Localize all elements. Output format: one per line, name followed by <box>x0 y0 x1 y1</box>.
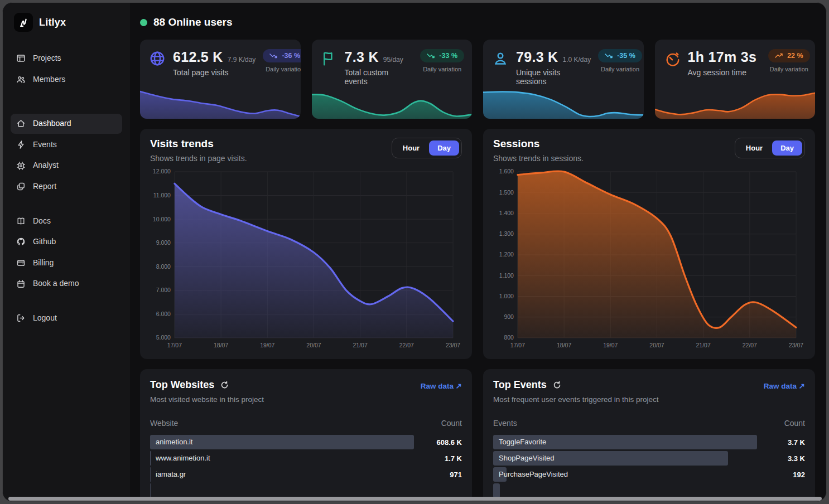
svg-text:20/07: 20/07 <box>649 342 664 348</box>
table-header: Website Count <box>150 419 462 428</box>
brand-name: Litlyx <box>39 17 66 28</box>
sidebar-item-members[interactable]: Members <box>11 70 122 90</box>
svg-text:800: 800 <box>504 335 514 341</box>
sparkline-chart <box>655 85 816 119</box>
svg-text:1.100: 1.100 <box>499 273 514 279</box>
stat-value: 79.3 K <box>516 49 558 65</box>
trend-down-icon <box>605 53 613 59</box>
sidebar-project-nav: Projects Members <box>11 49 122 89</box>
table-row[interactable]: animetion.it 608.6 K <box>150 435 462 449</box>
table-row[interactable] <box>493 483 805 498</box>
svg-text:5.000: 5.000 <box>156 335 171 341</box>
toggle-hour-button[interactable]: Hour <box>394 140 428 156</box>
stat-label: Total page visits <box>173 68 256 77</box>
members-icon <box>16 75 26 84</box>
sidebar-item-billing[interactable]: Billing <box>11 253 122 273</box>
row-count: 3.7 K <box>757 438 805 447</box>
top-websites-panel: Top Websites Most visited website in thi… <box>140 369 472 502</box>
toggle-day-button[interactable]: Day <box>772 140 802 156</box>
svg-text:21/07: 21/07 <box>353 342 368 348</box>
lightning-icon <box>16 140 26 149</box>
hour-day-toggle: Hour Day <box>392 138 462 158</box>
sidebar-item-github[interactable]: Github <box>11 232 122 252</box>
flag-icon <box>321 50 338 67</box>
panel-title: Sessions <box>493 138 584 150</box>
svg-text:20/07: 20/07 <box>306 342 321 348</box>
table-row[interactable] <box>150 483 462 498</box>
variation-badge: -33 % <box>420 49 464 62</box>
trend-up-icon <box>775 53 783 59</box>
variation-label: Daily variation <box>770 66 808 72</box>
column-count-header: Count <box>784 419 805 428</box>
main-content: 88 Online users 612.5 K 7.9 K/day Tota <box>130 3 826 501</box>
sidebar-item-dashboard[interactable]: Dashboard <box>11 114 122 134</box>
sidebar-item-projects[interactable]: Projects <box>11 49 122 69</box>
sidebar-item-label: Members <box>33 74 65 85</box>
svg-text:17/07: 17/07 <box>167 342 182 348</box>
sidebar-item-report[interactable]: Report <box>11 177 122 197</box>
charts-row: Visits trends Shows trends in page visit… <box>140 129 815 359</box>
svg-text:19/07: 19/07 <box>260 342 274 348</box>
svg-text:12.000: 12.000 <box>153 168 171 175</box>
brand: Litlyx <box>11 12 122 36</box>
table-subtitle: Most visited website in this project <box>150 395 264 404</box>
column-item-header: Events <box>493 419 517 428</box>
table-subtitle: Most frequent user events triggered in t… <box>493 395 658 404</box>
svg-text:18/07: 18/07 <box>214 342 228 348</box>
table-row[interactable]: ShopPageVisited 3.3 K <box>493 451 805 466</box>
column-count-header: Count <box>441 419 462 428</box>
tables-row: Top Websites Most visited website in thi… <box>140 369 815 502</box>
table-row[interactable]: ToggleFavorite 3.7 K <box>493 435 805 449</box>
svg-text:23/07: 23/07 <box>789 342 803 348</box>
ai-chip-icon <box>16 161 26 171</box>
table-header: Events Count <box>493 419 805 428</box>
raw-data-link[interactable]: Raw data ↗ <box>764 381 805 390</box>
sidebar-item-label: Analyst <box>33 160 59 171</box>
sidebar-item-analyst[interactable]: Analyst <box>11 156 122 176</box>
sidebar-item-events[interactable]: Events <box>11 135 122 155</box>
sidebar-item-book-a-demo[interactable]: Book a demo <box>11 274 122 294</box>
home-icon <box>16 119 26 128</box>
svg-text:1.200: 1.200 <box>499 251 514 258</box>
stat-card-total-page-visits: 612.5 K 7.9 K/day Total page visits -36 … <box>140 40 301 119</box>
table-title: Top Websites <box>150 379 214 391</box>
sidebar-item-docs[interactable]: Docs <box>11 211 122 231</box>
table-row[interactable]: www.animetion.it 1.7 K <box>150 451 462 466</box>
svg-text:900: 900 <box>504 314 514 320</box>
visits-trends-chart: 5.0006.0007.0008.0009.00010.00011.00012.… <box>150 167 462 351</box>
toggle-hour-button[interactable]: Hour <box>738 140 771 156</box>
github-icon <box>16 237 26 246</box>
top-events-panel: Top Events Most frequent user events tri… <box>483 369 815 502</box>
raw-data-link[interactable]: Raw data ↗ <box>421 381 462 390</box>
sidebar: Litlyx Projects Members <box>3 3 130 501</box>
table-row[interactable]: iamata.gr 971 <box>150 467 462 482</box>
row-count: 608.6 K <box>414 438 462 447</box>
online-users-label: 88 Online users <box>153 16 233 28</box>
table-row[interactable]: PurchasePageVisited 192 <box>493 467 805 482</box>
sidebar-item-label: Projects <box>33 53 61 64</box>
stat-rate: 7.9 K/day <box>228 56 256 64</box>
column-item-header: Website <box>150 419 178 428</box>
svg-text:23/07: 23/07 <box>446 342 460 348</box>
stat-rate: 1.0 K/day <box>562 56 591 64</box>
variation-badge: 22 % <box>768 49 810 62</box>
refresh-icon[interactable] <box>553 381 561 389</box>
horizontal-scrollbar[interactable] <box>8 497 822 501</box>
sessions-chart: 8009001.0001.1001.2001.3001.4001.5001.60… <box>493 167 805 351</box>
sidebar-item-label: Billing <box>33 258 54 269</box>
globe-icon <box>149 50 166 67</box>
row-label: animetion.it <box>150 438 192 446</box>
row-count: 3.3 K <box>757 454 805 463</box>
svg-text:1.300: 1.300 <box>499 231 514 237</box>
sparkline-chart <box>312 85 473 119</box>
refresh-icon[interactable] <box>220 381 229 389</box>
sidebar-item-logout[interactable]: Logout <box>11 308 122 328</box>
svg-text:10.000: 10.000 <box>153 216 171 222</box>
toggle-day-button[interactable]: Day <box>429 140 459 156</box>
row-label <box>150 486 156 495</box>
sidebar-item-label: Dashboard <box>33 118 71 129</box>
panel-title: Visits trends <box>150 138 247 150</box>
timer-icon <box>664 50 681 67</box>
litlyx-logo-icon <box>14 13 33 32</box>
svg-text:1.000: 1.000 <box>499 293 514 299</box>
